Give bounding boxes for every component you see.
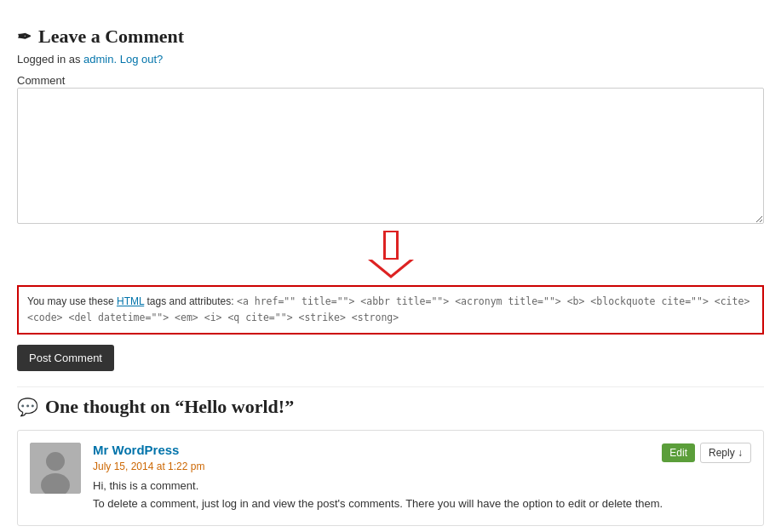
one-thought-section: 💬 One thought on “Hello world!” Mr WordP… — [17, 396, 764, 526]
svg-marker-1 — [368, 260, 414, 278]
logout-link[interactable]: Log out? — [120, 53, 164, 66]
one-thought-title: 💬 One thought on “Hello world!” — [17, 396, 764, 418]
edit-button[interactable]: Edit — [662, 443, 695, 462]
admin-link[interactable]: admin. — [83, 53, 117, 66]
feather-icon: ✒ — [17, 26, 32, 47]
red-arrow-icon — [368, 231, 414, 278]
html-link[interactable]: HTML — [117, 295, 144, 307]
comment-body: Mr WordPress July 15, 2014 at 1:22 pm Hi… — [93, 443, 751, 513]
post-comment-button[interactable]: Post Comment — [17, 345, 114, 371]
logged-in-info: Logged in as admin. Log out? — [17, 53, 764, 66]
reply-button[interactable]: Reply ↓ — [700, 443, 751, 463]
avatar-silhouette — [30, 443, 81, 494]
leave-comment-title: ✒ Leave a Comment — [17, 26, 764, 48]
commenter-name[interactable]: Mr WordPress — [93, 443, 179, 457]
svg-rect-2 — [386, 232, 396, 258]
comment-bubble-icon: 💬 — [17, 397, 38, 417]
comment-actions: Edit Reply ↓ — [662, 443, 751, 463]
logged-in-text: Logged in as — [17, 53, 80, 66]
arrow-container — [17, 227, 764, 278]
comment-card: Mr WordPress July 15, 2014 at 1:22 pm Hi… — [17, 430, 764, 526]
svg-point-5 — [46, 452, 65, 471]
section-divider — [17, 386, 764, 387]
html-tags-prefix: You may use these — [27, 295, 117, 307]
svg-rect-0 — [383, 231, 399, 260]
html-tags-suffix: tags and attributes: — [144, 295, 233, 307]
html-tags-notice: You may use these HTML tags and attribut… — [17, 285, 764, 335]
avatar — [30, 443, 81, 494]
comment-textarea[interactable] — [17, 88, 764, 224]
svg-marker-3 — [372, 260, 410, 275]
comment-text-1: Hi, this is a comment. — [93, 478, 751, 495]
leave-comment-heading: Leave a Comment — [38, 26, 184, 48]
comment-label: Comment — [17, 74, 65, 87]
comment-date: July 15, 2014 at 1:22 pm — [93, 460, 751, 472]
one-thought-heading: One thought on “Hello world!” — [45, 396, 294, 418]
comment-text-2: To delete a comment, just log in and vie… — [93, 495, 751, 513]
leave-comment-section: ✒ Leave a Comment Logged in as admin. Lo… — [17, 17, 764, 371]
